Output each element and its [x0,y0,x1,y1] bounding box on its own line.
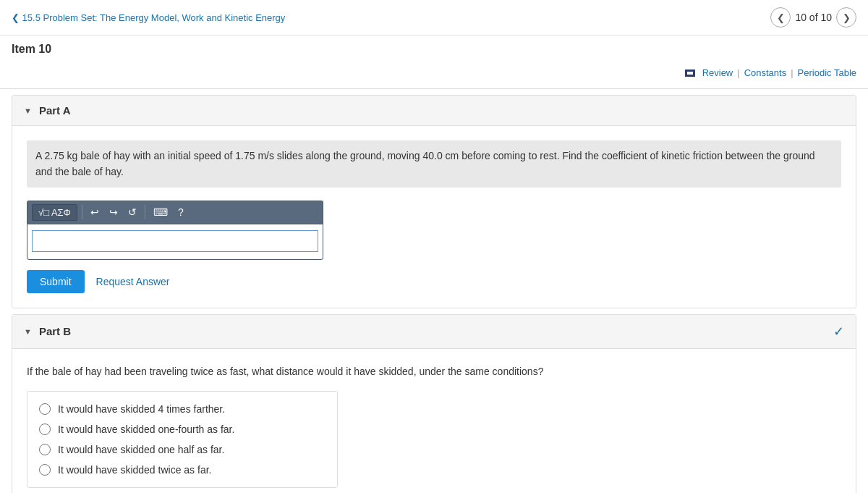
resource-bar: Review | Constants | Periodic Table [0,62,868,84]
periodic-table-link[interactable]: Periodic Table [798,67,856,78]
part-a-content: A 2.75 kg bale of hay with an initial sp… [12,126,856,308]
part-a-header[interactable]: ▼ Part A [12,96,856,126]
toolbar-sep-2 [145,205,145,219]
divider-2: | [791,67,793,78]
submit-button[interactable]: Submit [27,270,85,293]
item-counter: 10 of 10 [795,12,832,23]
keyboard-button[interactable]: ⌨ [150,204,171,220]
math-editor: √□ ΑΣΦ ↩ ↪ ↺ ⌨ ? [27,201,841,260]
math-toolbar: √□ ΑΣΦ ↩ ↪ ↺ ⌨ ? [27,201,323,224]
review-icon [685,69,695,77]
list-item: It would have skidded one-fourth as far. [39,419,326,439]
chevron-right-icon: ❯ [843,12,851,23]
constants-link[interactable]: Constants [744,67,787,78]
math-symbol-button[interactable]: √□ ΑΣΦ [32,204,77,221]
item-label: Item 10 [12,43,51,55]
part-b-check: ✓ [833,324,844,340]
part-a-chevron: ▼ [24,106,32,115]
part-b-content: If the bale of hay had been traveling tw… [12,349,856,493]
radio-label-4[interactable]: It would have skidded twice as far. [58,464,211,476]
radio-label-1[interactable]: It would have skidded 4 times farther. [58,403,225,415]
separator [0,88,868,89]
list-item: It would have skidded 4 times farther. [39,399,326,419]
reset-button[interactable]: ↺ [124,204,140,220]
part-b-header[interactable]: ▼ Part B ✓ [12,315,856,349]
part-b-label: Part B [39,325,71,337]
next-item-button[interactable]: ❯ [836,7,856,28]
list-item: It would have skidded twice as far. [39,460,326,480]
radio-option-4[interactable] [39,464,51,476]
top-nav: ❮ 15.5 Problem Set: The Energy Model, Wo… [0,0,868,35]
redo-button[interactable]: ↪ [106,204,122,220]
radio-option-3[interactable] [39,444,51,455]
toolbar-sep-1 [82,205,82,219]
prev-item-button[interactable]: ❮ [770,7,791,28]
undo-button[interactable]: ↩ [87,204,103,220]
radio-label-2[interactable]: It would have skidded one-fourth as far. [58,424,234,435]
action-row: Submit Request Answer [27,270,841,293]
answer-input[interactable] [32,230,318,252]
review-link[interactable]: Review [702,67,733,78]
help-button[interactable]: ? [174,204,187,220]
item-header: Item 10 [0,35,868,62]
breadcrumb-link[interactable]: ❮ 15.5 Problem Set: The Energy Model, Wo… [12,12,285,23]
part-a-section: ▼ Part A A 2.75 kg bale of hay with an i… [12,95,856,308]
request-answer-link[interactable]: Request Answer [96,276,170,287]
list-item: It would have skidded one half as far. [39,439,326,460]
part-a-problem-text: A 2.75 kg bale of hay with an initial sp… [27,140,841,187]
divider-1: | [737,67,739,78]
radio-options-container: It would have skidded 4 times farther.It… [27,391,338,488]
nav-right: ❮ 10 of 10 ❯ [770,7,856,28]
part-b-section: ▼ Part B ✓ If the bale of hay had been t… [12,314,856,493]
part-a-label: Part A [39,104,71,117]
radio-option-1[interactable] [39,403,51,415]
part-b-chevron: ▼ [24,327,32,336]
radio-option-2[interactable] [39,424,51,435]
answer-box-wrapper [27,224,323,260]
part-b-question-text: If the bale of hay had been traveling tw… [27,363,841,379]
chevron-left-icon: ❮ [777,12,785,23]
radio-label-3[interactable]: It would have skidded one half as far. [58,444,224,455]
